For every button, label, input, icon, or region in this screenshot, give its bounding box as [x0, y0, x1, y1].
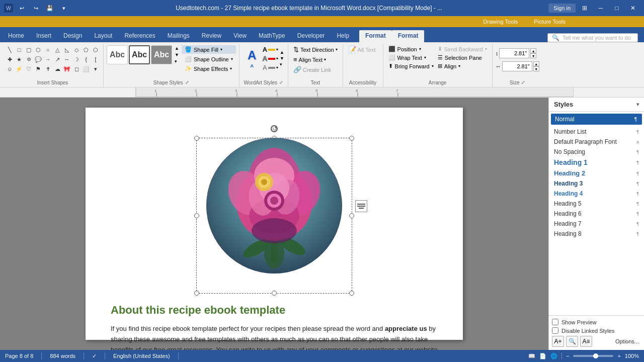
text-effects-dropdown[interactable]: ▾ — [276, 65, 278, 70]
zoom-slider[interactable] — [573, 355, 613, 357]
manage-styles-button[interactable]: A≡ — [580, 336, 592, 347]
customize-button[interactable]: ▾ — [58, 3, 69, 14]
shape-rect-btn[interactable]: □ — [15, 45, 24, 54]
alt-text-icon[interactable] — [355, 200, 367, 212]
shape-snip-btn[interactable]: ⬡ — [34, 45, 43, 54]
shape-flag-btn[interactable]: ⚑ — [34, 64, 43, 73]
tab-review[interactable]: Review — [196, 30, 227, 42]
selection-pane-btn[interactable]: ☰ Selection Pane — [436, 54, 489, 61]
width-down-btn[interactable]: ▼ — [533, 66, 539, 71]
send-backward-btn[interactable]: ⬇ Send Backward ▾ — [436, 45, 489, 53]
language-indicator[interactable]: English (United States) — [113, 353, 170, 359]
handle-bottom-right[interactable] — [349, 291, 354, 296]
shape-smiley-btn[interactable]: ☺ — [5, 64, 14, 73]
shape-bracket-btn[interactable]: [ — [91, 55, 100, 64]
height-input[interactable] — [499, 48, 529, 58]
style-no-spacing[interactable]: No Spacing ¶ — [549, 147, 644, 157]
text-direction-btn[interactable]: ⇅ Text Direction ▾ — [291, 45, 340, 54]
shape-double-arrow-btn[interactable]: ↔ — [62, 55, 71, 64]
bring-forward-btn[interactable]: ⬆ Bring Forward ▾ — [386, 62, 436, 70]
style-inspector-button[interactable]: 🔍 — [566, 336, 578, 347]
style-heading-8[interactable]: Heading 8 ¶ — [549, 229, 644, 239]
tab-view[interactable]: View — [227, 30, 253, 42]
redo-button[interactable]: ↪ — [30, 3, 41, 14]
tab-format-drawing[interactable]: Format — [359, 30, 392, 42]
signin-button[interactable]: Sign in — [548, 4, 576, 13]
picture-tools-tab[interactable]: Picture Tools — [526, 16, 574, 27]
shape-style-1-btn[interactable]: Abc — [107, 45, 128, 64]
width-input[interactable] — [502, 61, 532, 71]
style-number-list[interactable]: Number List ¶ — [549, 127, 644, 137]
shape-callout-btn[interactable]: 💬 — [34, 55, 43, 64]
tab-design[interactable]: Design — [57, 30, 88, 42]
tab-developer[interactable]: Developer — [291, 30, 331, 42]
text-outline-dropdown[interactable]: ▾ — [276, 56, 278, 61]
page-indicator[interactable]: Page 8 of 8 — [5, 353, 33, 359]
style-expand-btn[interactable]: ▾ — [174, 58, 180, 64]
shape-styles-expander[interactable]: ⤢ — [185, 80, 189, 85]
tab-references[interactable]: References — [118, 30, 161, 42]
shape-outline-btn[interactable]: ⬜ Shape Outline ▾ — [182, 55, 236, 63]
zoom-out-btn[interactable]: − — [566, 353, 569, 359]
rotate-handle[interactable] — [271, 125, 278, 132]
shape-style-3-btn[interactable]: Abc — [151, 45, 172, 64]
maximize-button[interactable]: □ — [610, 1, 624, 15]
size-expander[interactable]: ⤢ — [521, 80, 525, 85]
wordart-expander[interactable]: ⤢ — [279, 80, 283, 85]
shape-flowchart-btn[interactable]: ◻ — [72, 64, 81, 73]
tab-mathtype[interactable]: MathType — [253, 30, 291, 42]
align-text-btn[interactable]: ≡ Align Text ▾ — [291, 55, 340, 64]
shape-oval-btn[interactable]: ○ — [43, 45, 52, 54]
tab-layout[interactable]: Layout — [88, 30, 118, 42]
style-heading-4[interactable]: Heading 4 ¶ — [549, 189, 644, 199]
shape-fill-btn[interactable]: 🪣 Shape Fill ▾ — [182, 45, 236, 54]
handle-top-right[interactable] — [349, 136, 354, 141]
wordart-up-btn[interactable]: ▲ — [279, 49, 285, 55]
styles-panel-dropdown[interactable]: ▾ — [636, 102, 639, 107]
shape-line-btn[interactable]: ╲ — [5, 45, 14, 54]
handle-top-left[interactable] — [194, 136, 199, 141]
create-link-btn[interactable]: 🔗 Create Link — [291, 65, 340, 74]
shape-rounded-btn[interactable]: ▢ — [24, 45, 33, 54]
style-down-btn[interactable]: ▼ — [174, 52, 180, 58]
shape-heart-btn[interactable]: ♡ — [24, 64, 33, 73]
text-fill-dropdown[interactable]: ▾ — [276, 47, 278, 52]
style-heading-2[interactable]: Heading 2 ¶ — [549, 168, 644, 178]
width-up-btn[interactable]: ▲ — [533, 61, 539, 66]
shape-star6-btn[interactable]: ✡ — [24, 55, 33, 64]
zoom-in-btn[interactable]: + — [617, 353, 620, 359]
shape-diamond-btn[interactable]: ◇ — [72, 45, 81, 54]
read-mode-btn[interactable]: 📖 — [528, 353, 535, 359]
shape-effects-btn[interactable]: ✨ Shape Effects ▾ — [182, 64, 236, 73]
disable-linked-checkbox[interactable] — [552, 327, 558, 334]
height-up-btn[interactable]: ▲ — [530, 48, 536, 53]
show-preview-checkbox[interactable] — [552, 319, 558, 325]
style-heading-5[interactable]: Heading 5 ¶ — [549, 199, 644, 209]
position-btn[interactable]: ⬛ Position ▾ — [386, 45, 436, 53]
wrap-text-arrange-btn[interactable]: ⬜ Wrap Text ▾ — [386, 54, 436, 61]
wordart-down-btn[interactable]: ▼ — [279, 55, 285, 61]
shape-tri-btn[interactable]: △ — [53, 45, 62, 54]
style-heading-6[interactable]: Heading 6 ¶ — [549, 209, 644, 219]
shape-lightning-btn[interactable]: ⚡ — [15, 64, 24, 73]
tab-mailings[interactable]: Mailings — [162, 30, 196, 42]
image-container[interactable] — [196, 138, 352, 294]
spell-check-icon[interactable]: ✓ — [92, 353, 97, 359]
shape-cube-btn[interactable]: ⬜ — [82, 64, 91, 73]
styles-selected-item[interactable]: Normal ¶ — [551, 114, 642, 125]
shape-curved-btn[interactable]: ↗ — [53, 55, 62, 64]
word-count[interactable]: 884 words — [50, 353, 75, 359]
tab-home[interactable]: Home — [2, 30, 30, 42]
handle-middle-right[interactable] — [349, 213, 354, 218]
style-heading-3[interactable]: Heading 3 ¶ — [549, 178, 644, 189]
shape-plus-btn[interactable]: ✚ — [5, 55, 14, 64]
alt-text-btn[interactable]: 📝 Alt Text — [346, 45, 378, 54]
wordart-expand-btn[interactable]: ▾ — [279, 61, 285, 67]
shape-hex-btn[interactable]: ⬡ — [91, 45, 100, 54]
print-layout-btn[interactable]: 📄 — [539, 353, 546, 359]
shape-arrow-btn[interactable]: → — [43, 55, 52, 64]
accessibility-icon[interactable]: ⊞ — [578, 1, 592, 15]
shape-style-2-btn[interactable]: Abc — [129, 45, 150, 64]
zoom-level[interactable]: 100% — [625, 353, 639, 359]
shape-penta-btn[interactable]: ⬠ — [82, 45, 91, 54]
